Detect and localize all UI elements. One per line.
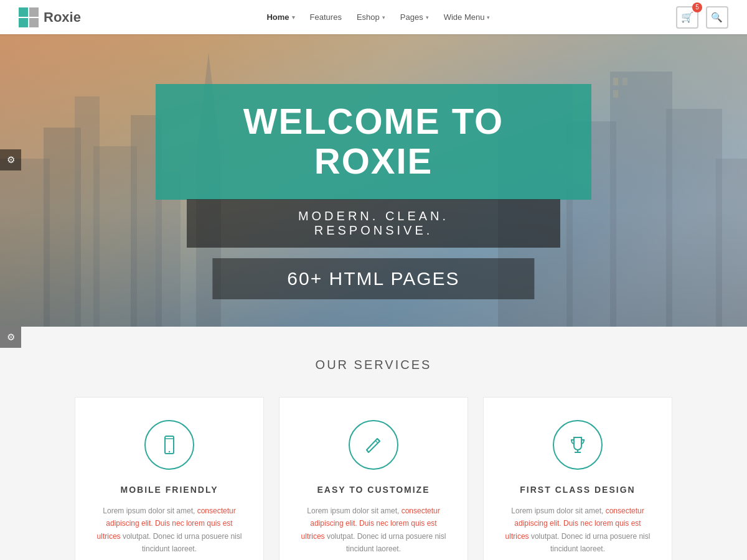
services-grid: MOBILE FRIENDLY Lorem ipsum dolor sit am… — [75, 397, 672, 560]
svg-point-18 — [169, 451, 170, 452]
mobile-icon-circle — [144, 420, 194, 470]
design-card-title: FIRST CLASS DESIGN — [502, 485, 653, 495]
design-card-link[interactable]: consectetur adipiscing elit. Duis nec lo… — [505, 506, 644, 541]
gear-icon — [7, 154, 15, 166]
trophy-icon — [568, 435, 588, 455]
customize-card-text: Lorem ipsum dolor sit amet, consectetur … — [298, 505, 449, 556]
services-section: OUR SERVICES MOBILE FRIENDLY Lorem ipsum… — [0, 327, 747, 560]
hero-subtitle-overlay: MODERN. CLEAN. RESPONSIVE. — [187, 199, 560, 248]
svg-rect-15 — [622, 78, 627, 85]
hero-pages-text: 60+ HTML PAGES — [287, 268, 459, 289]
header-icons: 5 — [676, 6, 728, 29]
service-card-design: FIRST CLASS DESIGN Lorem ipsum dolor sit… — [483, 397, 672, 560]
logo-text: Roxie — [44, 9, 81, 26]
search-button[interactable] — [706, 6, 728, 29]
cart-badge: 5 — [692, 2, 702, 12]
hero-pages-overlay: 60+ HTML PAGES — [212, 258, 534, 299]
hero-subtitle: MODERN. CLEAN. RESPONSIVE. — [249, 209, 498, 238]
design-card-text: Lorem ipsum dolor sit amet, consectetur … — [502, 505, 653, 556]
search-icon — [711, 12, 723, 23]
header: Roxie Home Features Eshop Pages Wide Men… — [0, 0, 747, 34]
chevron-down-icon — [426, 14, 429, 21]
svg-rect-11 — [610, 72, 672, 327]
logo-icon — [19, 7, 39, 27]
svg-rect-16 — [613, 90, 618, 98]
hero-title: WELCOME TO ROXIE — [205, 101, 542, 181]
chevron-down-icon — [292, 14, 295, 21]
pencil-icon-circle — [349, 420, 398, 470]
svg-rect-1 — [0, 159, 50, 327]
cart-button[interactable]: 5 — [676, 6, 698, 29]
hero-settings-button[interactable] — [0, 149, 21, 170]
mobile-card-title: MOBILE FRIENDLY — [94, 485, 245, 495]
customize-card-title: EASY TO CUSTOMIZE — [298, 485, 449, 495]
nav-item-widemenu[interactable]: Wide Menu — [444, 12, 491, 22]
trophy-icon-circle — [553, 420, 603, 470]
hero-section: WELCOME TO ROXIE MODERN. CLEAN. RESPONSI… — [0, 34, 747, 327]
service-card-customize: EASY TO CUSTOMIZE Lorem ipsum dolor sit … — [279, 397, 468, 560]
chevron-down-icon — [382, 14, 385, 21]
nav-item-home[interactable]: Home — [266, 12, 294, 22]
svg-rect-12 — [666, 109, 722, 327]
svg-rect-14 — [613, 78, 618, 85]
gear-icon — [7, 332, 15, 343]
mobile-card-text: Lorem ipsum dolor sit amet, consectetur … — [94, 505, 245, 556]
nav-item-features[interactable]: Features — [310, 12, 342, 22]
service-card-mobile: MOBILE FRIENDLY Lorem ipsum dolor sit am… — [75, 397, 264, 560]
mobile-card-link[interactable]: consectetur adipiscing elit. Duis nec lo… — [97, 506, 236, 541]
pencil-icon — [364, 435, 383, 455]
nav-item-pages[interactable]: Pages — [400, 12, 429, 22]
nav-item-eshop[interactable]: Eshop — [357, 12, 385, 22]
hero-title-overlay: WELCOME TO ROXIE — [156, 84, 591, 200]
cart-icon — [681, 11, 693, 23]
main-nav: Home Features Eshop Pages Wide Menu — [266, 12, 490, 22]
svg-rect-4 — [93, 146, 137, 327]
logo[interactable]: Roxie — [19, 7, 81, 27]
chevron-down-icon — [487, 14, 490, 21]
svg-line-20 — [375, 441, 378, 443]
services-settings-button[interactable] — [0, 327, 21, 348]
svg-rect-13 — [716, 159, 747, 327]
services-title: OUR SERVICES — [50, 358, 697, 372]
customize-card-link[interactable]: consectetur adipiscing elit. Duis nec lo… — [301, 506, 440, 541]
mobile-icon — [159, 435, 179, 455]
